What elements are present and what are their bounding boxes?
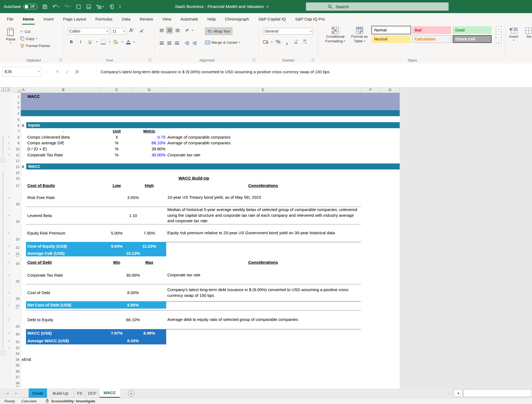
- row-header-7[interactable]: 7: [12, 128, 19, 134]
- row-height-button[interactable]: [76, 4, 81, 9]
- sheet-tab-dcf[interactable]: DCF: [86, 388, 99, 398]
- row-header-5[interactable]: 5: [12, 116, 19, 122]
- number-format-select[interactable]: General▾: [263, 28, 313, 34]
- outline-level-2-button[interactable]: 2: [6, 87, 11, 92]
- gallery-scroll-down-button[interactable]: ▾: [496, 32, 501, 38]
- cell-style-calculation[interactable]: Calculation: [412, 35, 451, 43]
- row-header-32[interactable]: 32: [12, 344, 19, 350]
- cut-button[interactable]: ✂Cut: [20, 28, 30, 34]
- conditional-formatting-button[interactable]: Conditional Formatting▾: [323, 27, 348, 43]
- row-header-25[interactable]: 25: [12, 266, 19, 284]
- fill-color-button[interactable]: [113, 40, 118, 44]
- select-all-corner[interactable]: [12, 87, 21, 93]
- row-header-13[interactable]: 13: [12, 163, 19, 169]
- row-header-36[interactable]: 36: [12, 368, 19, 374]
- column-header-g[interactable]: G: [381, 87, 400, 93]
- row-header-4[interactable]: 4: [12, 110, 19, 116]
- tabbar-splitter[interactable]: ⋮⋮: [447, 388, 453, 398]
- sheet-tab-fs[interactable]: FS: [74, 388, 85, 398]
- row-header-37[interactable]: 37: [12, 374, 19, 380]
- column-header-e[interactable]: E: [165, 87, 361, 93]
- comma-style-button[interactable]: ,: [284, 39, 290, 45]
- column-width-button[interactable]: [86, 4, 92, 9]
- align-right-button[interactable]: [174, 40, 180, 46]
- confirm-entry-button[interactable]: ✓: [66, 69, 69, 74]
- row-header-29[interactable]: 29: [12, 310, 19, 329]
- cell-value[interactable]: 5.00%: [101, 224, 133, 242]
- input-value[interactable]: 0.75: [133, 134, 165, 140]
- sheet-tab-build-up[interactable]: Build-Up: [48, 388, 74, 398]
- row-header-18[interactable]: 18: [12, 188, 19, 207]
- row-header-1[interactable]: 1: [12, 93, 19, 99]
- row-header-20[interactable]: 20: [12, 224, 19, 242]
- row-header-33[interactable]: 33: [12, 350, 19, 356]
- italic-button[interactable]: I: [78, 39, 84, 45]
- accessibility-status[interactable]: Accessibility: Investigate: [45, 398, 95, 404]
- column-header-a[interactable]: A: [21, 87, 26, 93]
- ribbon-tab-review[interactable]: Review: [135, 13, 158, 25]
- orientation-button[interactable]: ab: [184, 27, 190, 33]
- format-as-table-button[interactable]: Format as Table▾: [349, 27, 370, 43]
- row-header-11[interactable]: 11: [12, 152, 19, 158]
- row-header-39[interactable]: 39: [12, 386, 19, 388]
- row-header-31[interactable]: 31: [12, 337, 19, 344]
- merge-center-button[interactable]: Merge & Center ▾: [205, 39, 240, 45]
- ribbon-tab-file[interactable]: File: [2, 13, 18, 25]
- gallery-scroll-up-button[interactable]: ▴: [496, 26, 501, 32]
- align-center-button[interactable]: [166, 40, 172, 46]
- collapse-group-1-button[interactable]: −: [1, 158, 5, 162]
- ribbon-tab-automate[interactable]: Automate: [176, 13, 203, 25]
- next-sheet-button[interactable]: ▸: [15, 388, 17, 398]
- column-header-d[interactable]: D: [133, 87, 165, 93]
- switch-windows-button[interactable]: [109, 4, 114, 9]
- row-header-38[interactable]: 38: [12, 380, 19, 386]
- row-header-24[interactable]: 24: [12, 258, 19, 266]
- sheet-tab-cover[interactable]: Cover: [29, 388, 47, 398]
- row-header-34[interactable]: 34: [12, 356, 19, 362]
- row-header-8[interactable]: 8: [12, 134, 19, 140]
- row-header-15[interactable]: 15: [12, 175, 19, 181]
- row-header-35[interactable]: 35: [12, 362, 19, 368]
- hscroll-left-button[interactable]: ◂: [454, 389, 463, 397]
- selected-cell-e26[interactable]: Company's latest long-term debt issuance…: [167, 284, 359, 301]
- row-header-21[interactable]: 21: [12, 242, 19, 250]
- delete-cells-button-partial[interactable]: De: [525, 27, 532, 39]
- underline-button[interactable]: U: [87, 39, 93, 45]
- decrease-indent-button[interactable]: [184, 40, 190, 46]
- insert-function-button[interactable]: fx: [76, 69, 79, 74]
- column-header-b[interactable]: B: [26, 87, 101, 93]
- ribbon-tab-data[interactable]: Data: [117, 13, 135, 25]
- cell-style-checkcell[interactable]: Check Cell: [453, 35, 492, 43]
- row-header-30[interactable]: 30: [12, 329, 19, 337]
- increase-indent-button[interactable]: [191, 40, 197, 46]
- percent-style-button[interactable]: %: [275, 39, 281, 45]
- row-header-3[interactable]: 3: [12, 105, 19, 110]
- column-header-f[interactable]: F: [361, 87, 381, 93]
- row-header-22[interactable]: 22: [12, 250, 19, 256]
- document-title[interactable]: SaaS Business - Financial Model and Valu…: [175, 0, 269, 13]
- formula-input[interactable]: Company's latest long-term debt issuance…: [101, 67, 329, 77]
- bold-button[interactable]: B: [68, 39, 74, 45]
- font-name-select[interactable]: Calibri▾: [68, 28, 109, 34]
- cancel-entry-button[interactable]: ×: [56, 69, 59, 75]
- row-header-10[interactable]: 10: [12, 146, 19, 152]
- autosave-toggle[interactable]: AutoSave Off: [4, 4, 37, 9]
- cell-style-neutral[interactable]: Neutral: [372, 35, 411, 43]
- grow-font-button[interactable]: A▴: [128, 27, 135, 33]
- gallery-more-button[interactable]: —▾: [496, 38, 501, 44]
- row-header-2[interactable]: 2: [12, 99, 19, 105]
- name-box[interactable]: E26 ▾: [2, 67, 42, 77]
- row-header-14[interactable]: 14: [12, 169, 19, 175]
- copy-button[interactable]: Copy▾: [20, 36, 37, 42]
- ribbon-tab-help[interactable]: Help: [203, 13, 220, 25]
- cell-value[interactable]: 3.55%: [101, 188, 165, 207]
- input-value[interactable]: 39.80%: [133, 146, 165, 152]
- customize-qat-button[interactable]: ▾: [119, 5, 121, 8]
- font-color-button[interactable]: A: [126, 40, 130, 44]
- hscroll-thumb[interactable]: [463, 389, 532, 397]
- input-value[interactable]: 66.10%: [133, 140, 165, 146]
- input-value[interactable]: 30.00%: [133, 152, 165, 158]
- outline-level-1-button[interactable]: 1: [1, 87, 6, 92]
- cell-value[interactable]: 66.10%: [101, 310, 165, 329]
- row-header-17[interactable]: 17: [12, 182, 19, 188]
